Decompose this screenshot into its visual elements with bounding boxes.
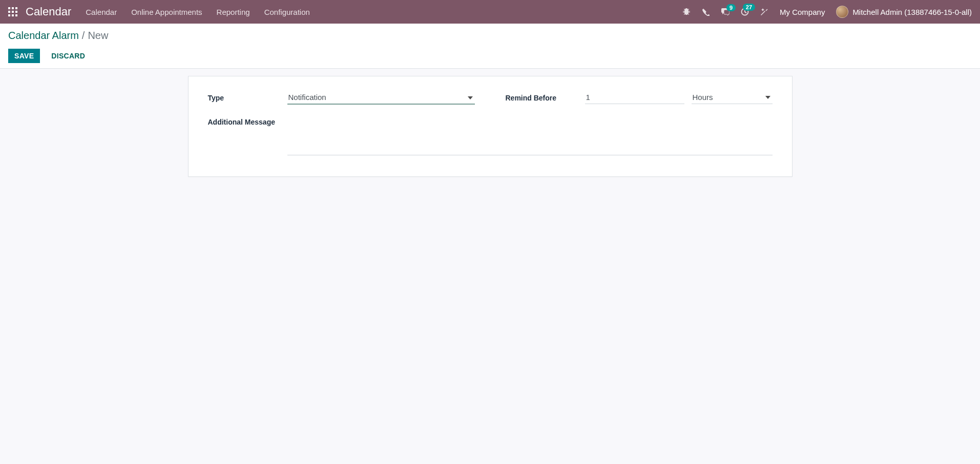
- company-selector[interactable]: My Company: [780, 8, 825, 16]
- app-brand[interactable]: Calendar: [26, 5, 71, 18]
- breadcrumb-separator: /: [82, 30, 85, 42]
- discard-button[interactable]: DISCARD: [47, 49, 89, 63]
- svg-rect-8: [15, 14, 17, 16]
- activity-badge: 27: [743, 4, 755, 11]
- remind-before-label: Remind Before: [506, 91, 585, 102]
- main-menu: Calendar Online Appointments Reporting C…: [86, 8, 682, 16]
- additional-message-input[interactable]: [287, 115, 773, 155]
- svg-rect-5: [15, 11, 17, 13]
- save-button[interactable]: SAVE: [8, 49, 40, 63]
- control-panel: Calendar Alarm / New SAVE DISCARD: [0, 24, 980, 69]
- remind-value-input[interactable]: [585, 91, 684, 104]
- form-sheet: Type Remind Before: [188, 76, 793, 177]
- svg-rect-3: [8, 11, 10, 13]
- breadcrumb: Calendar Alarm / New: [8, 30, 972, 42]
- breadcrumb-current: New: [88, 30, 108, 42]
- user-menu[interactable]: Mitchell Admin (13887466-15-0-all): [836, 6, 972, 18]
- tools-icon[interactable]: [760, 8, 768, 16]
- svg-rect-6: [8, 14, 10, 16]
- activity-icon[interactable]: 27: [741, 8, 749, 16]
- remind-unit-input[interactable]: [692, 91, 773, 104]
- svg-rect-1: [12, 7, 14, 9]
- menu-reporting[interactable]: Reporting: [217, 8, 250, 16]
- apps-icon[interactable]: [8, 7, 17, 16]
- user-name: Mitchell Admin (13887466-15-0-all): [852, 8, 972, 16]
- form-container: Type Remind Before: [0, 69, 980, 197]
- top-navbar: Calendar Calendar Online Appointments Re…: [0, 0, 980, 24]
- menu-configuration[interactable]: Configuration: [264, 8, 310, 16]
- remind-unit-select[interactable]: [692, 91, 773, 104]
- bug-icon[interactable]: [682, 8, 691, 16]
- svg-rect-0: [8, 7, 10, 9]
- chat-icon[interactable]: 9: [721, 8, 729, 16]
- navbar-right: 9 27 My Company Mitchell Admin (13887466…: [682, 6, 972, 18]
- additional-message-label: Additional Message: [208, 115, 287, 126]
- svg-rect-4: [12, 11, 14, 13]
- menu-calendar[interactable]: Calendar: [86, 8, 117, 16]
- menu-online-appointments[interactable]: Online Appointments: [131, 8, 202, 16]
- breadcrumb-parent[interactable]: Calendar Alarm: [8, 30, 79, 42]
- svg-rect-2: [15, 7, 17, 9]
- chat-badge: 9: [726, 4, 736, 11]
- avatar: [836, 6, 848, 18]
- svg-rect-7: [12, 14, 14, 16]
- phone-icon[interactable]: [702, 8, 710, 16]
- type-select[interactable]: [287, 91, 475, 105]
- control-buttons: SAVE DISCARD: [8, 49, 972, 63]
- type-input[interactable]: [287, 91, 475, 105]
- type-label: Type: [208, 91, 287, 102]
